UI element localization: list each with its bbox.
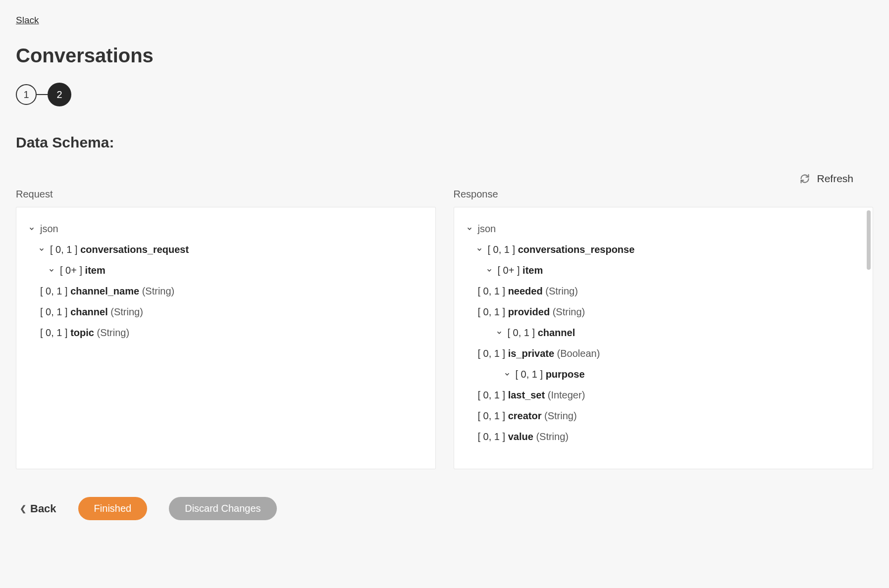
- field-name: is_private: [508, 348, 554, 359]
- tree-label: json: [40, 221, 58, 236]
- field-type: (Boolean): [557, 348, 600, 359]
- tree-node-topic[interactable]: [ 0, 1 ] topic (String): [28, 322, 423, 343]
- field-name: conversations_request: [80, 244, 189, 255]
- cardinality: [ 0, 1 ]: [478, 348, 506, 359]
- field-name: purpose: [546, 369, 585, 380]
- cardinality: [ 0, 1 ]: [40, 286, 68, 296]
- field-name: conversations_response: [518, 244, 635, 255]
- refresh-button[interactable]: Refresh: [800, 173, 853, 185]
- finished-button[interactable]: Finished: [78, 497, 148, 520]
- chevron-down-icon: [496, 329, 503, 336]
- cardinality: [ 0, 1 ]: [478, 390, 506, 400]
- field-name: channel: [538, 327, 575, 338]
- tree-node-channel[interactable]: [ 0, 1 ] channel: [466, 322, 861, 343]
- tree-node-channel[interactable]: [ 0, 1 ] channel (String): [28, 301, 423, 322]
- tree-node-json[interactable]: json: [466, 218, 861, 239]
- tree-node-creator[interactable]: [ 0, 1 ] creator (String): [466, 405, 861, 426]
- chevron-left-icon: ❮: [20, 504, 26, 513]
- field-type: (String): [97, 327, 130, 338]
- chevron-down-icon: [486, 267, 493, 274]
- cardinality: [ 0, 1 ]: [40, 306, 68, 317]
- refresh-icon: [800, 174, 810, 184]
- field-type: (String): [553, 306, 585, 317]
- cardinality: [ 0, 1 ]: [478, 431, 506, 442]
- tree-node-needed[interactable]: [ 0, 1 ] needed (String): [466, 281, 861, 301]
- cardinality: [ 0+ ]: [60, 265, 82, 276]
- field-type: (Integer): [548, 390, 585, 400]
- tree-node-provided[interactable]: [ 0, 1 ] provided (String): [466, 301, 861, 322]
- tree-node-conversations-response[interactable]: [ 0, 1 ] conversations_response: [466, 239, 861, 260]
- scrollbar[interactable]: [867, 210, 871, 270]
- cardinality: [ 0, 1 ]: [508, 327, 535, 338]
- field-name: provided: [508, 306, 550, 317]
- step-1[interactable]: 1: [16, 84, 37, 105]
- step-2[interactable]: 2: [48, 83, 71, 106]
- tree-node-json[interactable]: json: [28, 218, 423, 239]
- discard-changes-button[interactable]: Discard Changes: [169, 497, 276, 520]
- field-name: value: [508, 431, 533, 442]
- step-connector: [37, 94, 48, 95]
- tree-node-last-set[interactable]: [ 0, 1 ] last_set (Integer): [466, 385, 861, 405]
- back-button[interactable]: ❮ Back: [20, 502, 56, 515]
- cardinality: [ 0, 1 ]: [488, 244, 516, 255]
- chevron-down-icon: [466, 225, 473, 232]
- response-panel: json [ 0, 1 ] conversations_response [ 0…: [454, 207, 874, 469]
- cardinality: [ 0, 1 ]: [40, 327, 68, 338]
- page-title: Conversations: [16, 45, 873, 67]
- field-name: needed: [508, 286, 543, 296]
- field-name: channel_name: [70, 286, 139, 296]
- tree-node-value[interactable]: [ 0, 1 ] value (String): [466, 426, 861, 447]
- field-name: creator: [508, 410, 542, 421]
- tree-node-is-private[interactable]: [ 0, 1 ] is_private (Boolean): [466, 343, 861, 364]
- request-header: Request: [16, 189, 436, 200]
- refresh-label: Refresh: [817, 173, 853, 185]
- field-name: topic: [70, 327, 94, 338]
- request-column: Request json [ 0, 1 ] conversations_requ…: [16, 189, 436, 469]
- section-title-data-schema: Data Schema:: [16, 134, 873, 151]
- cardinality: [ 0, 1 ]: [478, 410, 506, 421]
- tree-node-item[interactable]: [ 0+ ] item: [28, 260, 423, 281]
- response-column: Response json [ 0, 1 ] conversations_res…: [454, 189, 874, 469]
- cardinality: [ 0, 1 ]: [50, 244, 78, 255]
- tree-node-conversations-request[interactable]: [ 0, 1 ] conversations_request: [28, 239, 423, 260]
- cardinality: [ 0, 1 ]: [478, 306, 506, 317]
- cardinality: [ 0+ ]: [498, 265, 520, 276]
- chevron-down-icon: [48, 267, 55, 274]
- response-header: Response: [454, 189, 874, 200]
- chevron-down-icon: [504, 371, 511, 378]
- chevron-down-icon: [28, 225, 35, 232]
- cardinality: [ 0, 1 ]: [516, 369, 543, 380]
- field-type: (String): [544, 410, 577, 421]
- stepper: 1 2: [16, 83, 873, 106]
- cardinality: [ 0, 1 ]: [478, 286, 506, 296]
- field-name: channel: [70, 306, 108, 317]
- tree-node-purpose[interactable]: [ 0, 1 ] purpose: [466, 364, 861, 385]
- field-name: last_set: [508, 390, 545, 400]
- field-type: (String): [142, 286, 175, 296]
- field-name: item: [85, 265, 105, 276]
- back-label: Back: [30, 502, 56, 515]
- tree-node-channel-name[interactable]: [ 0, 1 ] channel_name (String): [28, 281, 423, 301]
- tree-node-item[interactable]: [ 0+ ] item: [466, 260, 861, 281]
- field-name: item: [523, 265, 543, 276]
- field-type: (String): [536, 431, 569, 442]
- breadcrumb-slack[interactable]: Slack: [16, 15, 39, 26]
- chevron-down-icon: [476, 246, 483, 253]
- field-type: (String): [110, 306, 143, 317]
- tree-label: json: [478, 221, 496, 236]
- field-type: (String): [545, 286, 578, 296]
- chevron-down-icon: [38, 246, 45, 253]
- request-panel: json [ 0, 1 ] conversations_request [ 0+…: [16, 207, 436, 469]
